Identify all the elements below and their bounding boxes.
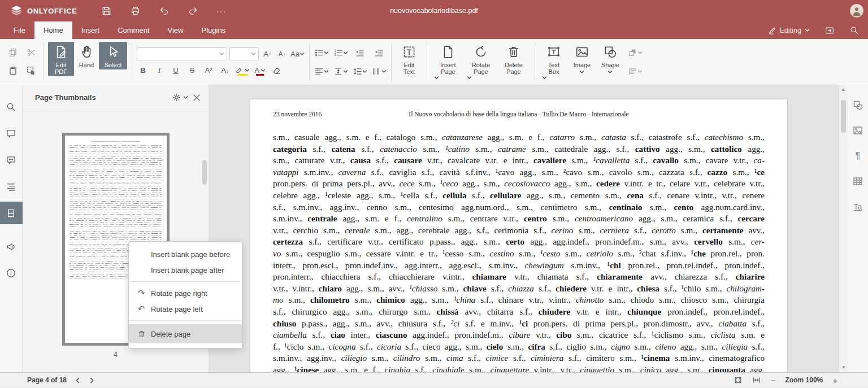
pdf-page[interactable]: 23 novembre 2016 Il Nuovo vocabolario di… bbox=[250, 99, 787, 372]
select-area-icon[interactable] bbox=[24, 64, 38, 77]
rotate-page-button[interactable]: Rotate Page bbox=[465, 42, 497, 81]
numbered-list-button[interactable]: 123 bbox=[333, 46, 348, 59]
font-size-select[interactable] bbox=[229, 47, 259, 60]
menu-item-rotate-page-left[interactable]: ↶Rotate page left bbox=[129, 301, 242, 317]
align-shape-button[interactable] bbox=[628, 64, 643, 78]
menu-item-insert-blank-page-before[interactable]: Insert blank page before bbox=[129, 246, 242, 262]
previous-page-button[interactable] bbox=[75, 377, 81, 383]
menu-item-rotate-page-right[interactable]: ↷Rotate page right bbox=[129, 285, 242, 301]
rotate-right-icon: ↷ bbox=[136, 288, 147, 298]
headings-icon bbox=[6, 181, 16, 192]
delete-page-button[interactable]: Delete Page bbox=[497, 42, 530, 76]
menu-item-insert-blank-page-after[interactable]: Insert blank page after bbox=[129, 262, 242, 278]
close-icon bbox=[193, 94, 201, 102]
tab-plugins[interactable]: Plugins bbox=[192, 21, 235, 39]
clear-style-button[interactable] bbox=[270, 64, 283, 77]
redo-icon[interactable] bbox=[188, 6, 198, 16]
insert-image-button[interactable]: Image bbox=[568, 42, 596, 76]
zoom-out-button[interactable]: − bbox=[771, 376, 776, 385]
print-icon[interactable] bbox=[130, 6, 141, 16]
underline-button[interactable]: U bbox=[170, 64, 182, 77]
strikethrough-button[interactable]: S bbox=[186, 64, 198, 77]
tab-insert[interactable]: Insert bbox=[72, 21, 109, 39]
decrease-font-button[interactable]: A↓ bbox=[276, 47, 288, 60]
chevron-down-icon bbox=[324, 69, 329, 74]
insert-page-button[interactable]: Insert Page bbox=[432, 42, 465, 81]
search-panel-button[interactable] bbox=[0, 95, 23, 118]
scroll-up-button[interactable]: ▲ bbox=[839, 85, 847, 93]
thumbnails-panel-button[interactable] bbox=[0, 202, 23, 224]
menu-tab-bar: File Home Insert Comment View Plugins Ed… bbox=[0, 21, 868, 39]
fit-width-button[interactable] bbox=[752, 376, 761, 385]
close-panel-button[interactable] bbox=[193, 94, 201, 102]
columns-button[interactable] bbox=[372, 64, 387, 78]
chevron-down-icon bbox=[261, 68, 266, 73]
image-settings-button[interactable] bbox=[848, 120, 867, 141]
about-button[interactable] bbox=[0, 261, 23, 284]
search-icon[interactable] bbox=[849, 25, 859, 35]
text-art-icon: Ta bbox=[854, 202, 862, 211]
change-case-button[interactable]: Aa bbox=[290, 47, 305, 60]
shape-settings-button[interactable] bbox=[848, 94, 867, 116]
increase-font-button[interactable]: A↑ bbox=[261, 47, 274, 60]
shape-settings-icon bbox=[852, 99, 863, 111]
edit-pdf-button[interactable]: Edit PDF bbox=[48, 42, 74, 76]
vertical-align-button[interactable] bbox=[333, 64, 348, 78]
tab-comment[interactable]: Comment bbox=[108, 21, 158, 39]
font-color-button[interactable]: A bbox=[254, 64, 266, 77]
svg-text:3: 3 bbox=[335, 54, 336, 56]
editing-mode-selector[interactable]: Editing bbox=[768, 26, 810, 34]
chevron-down-icon bbox=[251, 51, 256, 56]
right-sidebar: ¶ Ta bbox=[848, 85, 868, 372]
arrange-shape-button[interactable] bbox=[628, 46, 643, 59]
panel-scrollbar-thumb[interactable] bbox=[202, 160, 207, 185]
chevron-down-icon bbox=[381, 69, 387, 74]
superscript-button[interactable]: A² bbox=[202, 64, 215, 77]
navigation-panel-button[interactable] bbox=[0, 175, 23, 198]
textart-settings-button[interactable]: Ta bbox=[848, 196, 867, 217]
tab-file[interactable]: File bbox=[5, 21, 34, 39]
paragraph-settings-button[interactable]: ¶ bbox=[848, 145, 867, 167]
cut-icon[interactable] bbox=[24, 46, 38, 59]
subscript-button[interactable]: A₂ bbox=[219, 64, 231, 77]
next-page-button[interactable] bbox=[89, 377, 95, 383]
editing-mode-label: Editing bbox=[780, 27, 801, 34]
font-name-select[interactable] bbox=[137, 47, 227, 60]
italic-button[interactable]: I bbox=[153, 64, 166, 77]
fit-page-button[interactable] bbox=[734, 376, 743, 385]
line-spacing-button[interactable] bbox=[353, 64, 367, 78]
bold-button[interactable]: B bbox=[137, 64, 149, 77]
paste-icon[interactable] bbox=[6, 64, 20, 77]
edit-text-button[interactable]: Edit Text bbox=[396, 42, 422, 76]
chat-panel-button[interactable] bbox=[0, 149, 23, 171]
menu-item-delete-page[interactable]: Delete page bbox=[129, 324, 242, 343]
thumbnails-settings-button[interactable] bbox=[172, 93, 188, 102]
save-icon[interactable] bbox=[101, 6, 112, 16]
copy-icon[interactable] bbox=[6, 46, 20, 59]
hand-tool-button[interactable]: Hand bbox=[74, 42, 99, 69]
increase-indent-button[interactable] bbox=[372, 46, 387, 59]
insert-shape-button[interactable]: Shape bbox=[596, 42, 624, 76]
horizontal-align-button[interactable] bbox=[314, 64, 329, 78]
zoom-in-button[interactable]: + bbox=[832, 376, 837, 385]
scroll-down-button[interactable]: ▼ bbox=[840, 363, 848, 371]
more-actions-icon[interactable]: ··· bbox=[216, 6, 227, 16]
text-box-button[interactable]: Text Box bbox=[540, 42, 568, 81]
scrollbar-thumb[interactable] bbox=[841, 100, 846, 133]
table-settings-button[interactable] bbox=[848, 171, 867, 192]
feedback-button[interactable] bbox=[0, 235, 23, 258]
tab-home[interactable]: Home bbox=[34, 21, 72, 39]
comments-panel-button[interactable] bbox=[0, 122, 23, 145]
down-arrow-icon: ↓ bbox=[283, 51, 285, 56]
undo-icon[interactable] bbox=[159, 6, 170, 16]
tab-view[interactable]: View bbox=[159, 21, 193, 39]
decrease-indent-button[interactable] bbox=[353, 46, 367, 59]
select-tool-button[interactable]: Select bbox=[99, 42, 127, 69]
info-icon bbox=[6, 268, 16, 278]
highlight-color-button[interactable] bbox=[235, 64, 250, 77]
chevron-down-icon bbox=[245, 68, 250, 73]
pencil-icon bbox=[768, 26, 776, 34]
user-avatar[interactable] bbox=[850, 4, 863, 18]
bullet-list-button[interactable] bbox=[314, 46, 329, 59]
open-file-location-icon[interactable] bbox=[824, 25, 835, 36]
